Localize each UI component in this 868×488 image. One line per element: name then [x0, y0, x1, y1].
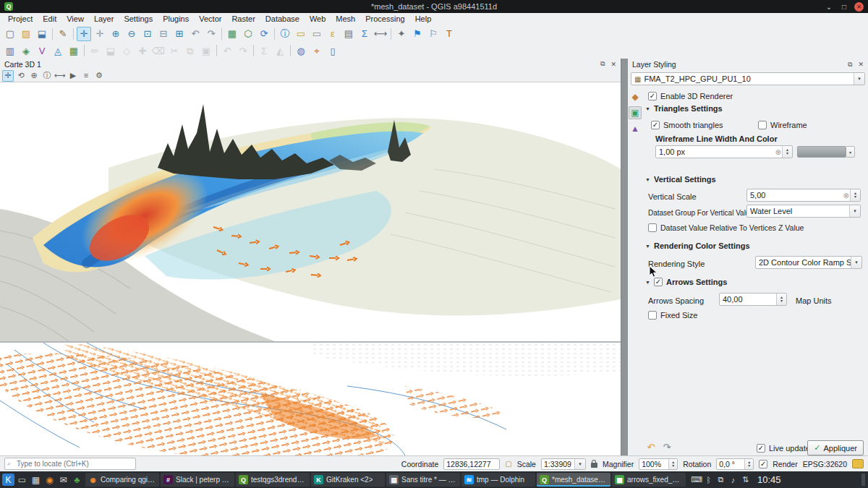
task-qgis-test[interactable]: Q testqgs3drend…	[236, 473, 310, 487]
spin-down-icon[interactable]: ▾	[748, 464, 750, 468]
menu-item[interactable]: Layer	[89, 14, 119, 23]
cut-features-button[interactable]: ✂	[167, 43, 182, 58]
task-kate[interactable]: ▤ Sans titre * — …	[386, 473, 460, 487]
measure-button[interactable]: ⟷	[373, 27, 388, 41]
text-annotation-button[interactable]: T	[442, 27, 456, 41]
data-source-manager-button[interactable]: ▥	[3, 43, 17, 58]
toggle-panel-button[interactable]: ▯	[326, 43, 340, 58]
lock-scale-icon[interactable]	[591, 463, 597, 468]
add-raster-layer-button[interactable]: ▦	[67, 43, 81, 58]
task-firefox[interactable]: ◉ Comparing qgi…	[85, 473, 159, 487]
map-tips-button[interactable]: ✦	[394, 27, 409, 41]
select-features-button[interactable]: ▭	[294, 27, 308, 41]
map-3d-canvas[interactable]	[0, 82, 621, 341]
zoom-in-button[interactable]: ⊕	[109, 27, 123, 41]
spin-down-icon[interactable]: ▾	[780, 299, 783, 303]
clear-icon[interactable]: ⊗	[775, 148, 781, 156]
dock-float-icon[interactable]: ⧉	[600, 60, 605, 68]
undo-button[interactable]: ↶	[220, 43, 234, 58]
close-button[interactable]: ✕	[854, 2, 864, 12]
separator[interactable]	[51, 27, 54, 41]
locate-input[interactable]	[4, 458, 136, 470]
dock-close-icon[interactable]: ✕	[610, 61, 616, 68]
menu-item[interactable]: Settings	[119, 14, 158, 23]
task-calc[interactable]: ▦ arrows_fixed_s…	[612, 473, 686, 487]
delete-selected-button[interactable]: ⌫	[151, 43, 166, 58]
pan-map-button[interactable]: ✛	[77, 27, 91, 41]
vertex-tool-button[interactable]: ✚	[135, 43, 150, 58]
menu-item[interactable]: Web	[305, 14, 331, 23]
bluetooth-icon[interactable]: ᛒ	[703, 476, 714, 484]
map-units-label[interactable]: Map Units	[796, 295, 832, 307]
mesh-calculator-button[interactable]: Σ	[257, 43, 271, 58]
spin-down-icon[interactable]: ▾	[672, 464, 674, 468]
magnifier-spinner[interactable]: ▴ ▾	[668, 459, 677, 469]
volume-icon[interactable]: ♪	[728, 476, 739, 484]
wireframe-checkbox[interactable]: ✓	[758, 121, 767, 129]
wireframe-color-button[interactable]	[797, 146, 846, 158]
new-layer-button[interactable]: ◈	[19, 43, 33, 58]
render-checkbox[interactable]: ✓	[759, 460, 767, 468]
clock[interactable]: 10:45	[757, 474, 781, 485]
crs-button[interactable]: EPSG:32620	[803, 460, 847, 468]
task-dolphin[interactable]: ≋ tmp — Dolphin	[461, 473, 535, 487]
paste-features-button[interactable]: ▣	[199, 43, 213, 58]
rendering-color-settings-header[interactable]: ▼ Rendering Color Settings	[645, 241, 750, 251]
separator[interactable]	[72, 27, 75, 41]
identify-features-button[interactable]: ⓘ	[278, 27, 292, 41]
pan-to-selection-button[interactable]: ✛	[93, 27, 107, 41]
tab-elevation[interactable]: ▲	[629, 122, 642, 135]
input-method-icon[interactable]: ⌨	[691, 475, 702, 484]
zoom-out-button[interactable]: ⊖	[124, 27, 139, 41]
add-mesh-layer-button[interactable]: ◬	[51, 43, 65, 58]
zoom-full-button[interactable]: ⊡	[140, 27, 155, 41]
new-shapefile-button[interactable]: V	[35, 43, 49, 58]
show-bookmarks-button[interactable]: ⚐	[426, 27, 441, 41]
camera-rotate-tool[interactable]: ⟲	[15, 70, 27, 82]
menu-item[interactable]: Help	[410, 14, 437, 23]
wireframe-width-input[interactable]: 1,00 px ⊗ ▴ ▾	[655, 145, 793, 158]
separator[interactable]	[289, 43, 292, 58]
separator[interactable]	[273, 27, 276, 41]
project-open-button[interactable]: ▨	[19, 27, 33, 41]
show-desktop-icon[interactable]: ▭	[16, 474, 28, 486]
network-icon[interactable]: ⇅	[740, 475, 751, 484]
menu-item[interactable]: Edit	[38, 14, 61, 23]
extent-icon[interactable]: ▢	[505, 460, 511, 468]
pager-icon[interactable]: ▦	[30, 474, 42, 486]
dock-float-icon[interactable]: ⧉	[848, 61, 852, 69]
clear-icon[interactable]: ⊗	[843, 192, 849, 200]
scale-combo[interactable]: 1:33909 ▾	[541, 458, 586, 470]
scene-config-button[interactable]: ⚙	[93, 70, 105, 82]
log-messages-icon[interactable]	[852, 459, 864, 468]
wireframe-width-spinner[interactable]: ▴ ▾	[782, 146, 792, 158]
magnifier-input[interactable]: 100% ▴ ▾	[639, 458, 678, 470]
deselect-features-button[interactable]: ▭	[310, 27, 324, 41]
separator[interactable]	[252, 43, 255, 58]
apply-button[interactable]: ✓ Appliquer	[807, 440, 864, 455]
zoom-next-button[interactable]: ↷	[204, 27, 218, 41]
arrows-settings-header[interactable]: ▼ ✓ Arrows Settings	[645, 277, 727, 287]
menu-item[interactable]: View	[61, 14, 89, 23]
undo-style-button[interactable]: ↶	[644, 441, 658, 453]
tab-symbology[interactable]: ◆	[629, 90, 642, 103]
triangles-settings-header[interactable]: ▼ Triangles Settings	[645, 103, 723, 114]
mesh-reindex-button[interactable]: ◭	[273, 43, 287, 58]
spin-down-icon[interactable]: ▾	[854, 195, 856, 199]
enable-3d-renderer-checkbox[interactable]: ✓	[648, 92, 657, 100]
camera-pan-tool[interactable]: ✛	[2, 70, 14, 82]
tab-3d-view[interactable]: ▣	[629, 106, 642, 119]
rendering-style-combo[interactable]: 2D Contour Color Ramp Shader ▾	[755, 256, 862, 269]
app-launcher-icon[interactable]: K	[2, 474, 14, 486]
menu-item[interactable]: Mesh	[331, 14, 360, 23]
task-qgis-mesh[interactable]: Q *mesh_datase…	[537, 473, 610, 487]
separator[interactable]	[215, 43, 218, 58]
arrows-spacing-spinner[interactable]: ▴ ▾	[776, 294, 786, 305]
open-attribute-table-button[interactable]: ▤	[341, 27, 356, 41]
menu-item[interactable]: Processing	[360, 14, 409, 23]
vertical-scale-spinner[interactable]: ▴ ▾	[850, 189, 860, 201]
fixed-size-checkbox[interactable]: ✓	[648, 311, 657, 320]
minimize-button[interactable]: ⌄	[824, 1, 834, 12]
project-save-button[interactable]: ⬓	[35, 27, 49, 41]
rotation-input[interactable]: 0,0 ° ▴ ▾	[716, 458, 754, 470]
